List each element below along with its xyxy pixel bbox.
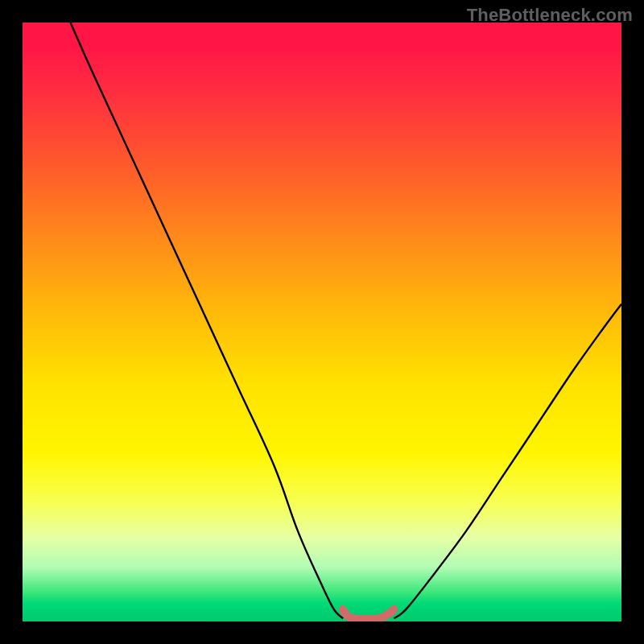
valley-marker-path [343, 609, 394, 619]
right-curve [394, 304, 621, 619]
plot-area [23, 23, 621, 621]
chart-svg [23, 23, 621, 621]
left-curve-path [71, 23, 344, 618]
chart-stage: TheBottleneck.com [0, 0, 644, 644]
left-curve [71, 23, 344, 618]
watermark-text: TheBottleneck.com [467, 5, 633, 26]
right-curve-path [394, 304, 621, 619]
valley-marker [343, 609, 394, 619]
